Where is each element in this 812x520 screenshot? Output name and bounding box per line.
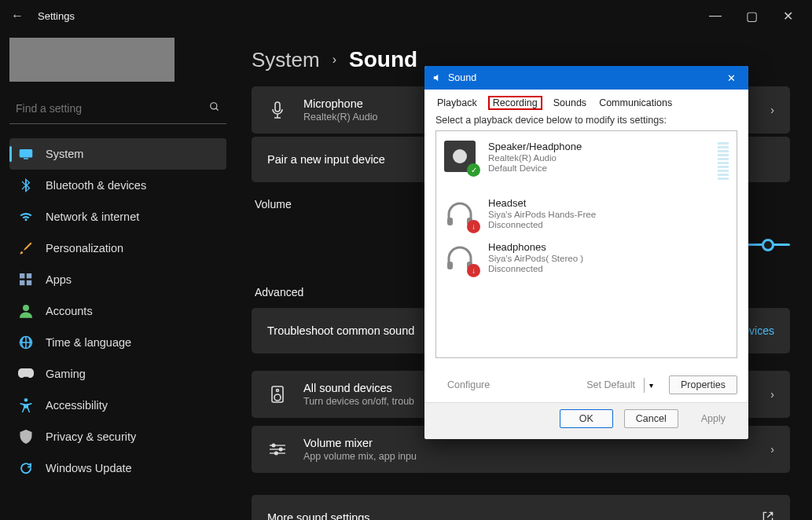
svg-rect-3: [24, 158, 28, 159]
tab-communications[interactable]: Communications: [597, 96, 674, 110]
sidebar-item-label: Privacy & security: [46, 430, 136, 443]
sidebar-item-label: Apps: [46, 273, 72, 286]
chevron-right-icon: ›: [770, 104, 774, 116]
sidebar-item-gaming[interactable]: Gaming: [9, 358, 226, 390]
sidebar-item-label: Gaming: [46, 368, 86, 380]
svg-rect-23: [447, 262, 453, 269]
apply-button[interactable]: Apply: [689, 409, 737, 428]
sidebar-item-accessibility[interactable]: Accessibility: [9, 390, 226, 421]
sidebar-item-personalization[interactable]: Personalization: [9, 233, 226, 264]
cancel-button[interactable]: Cancel: [624, 409, 678, 428]
sidebar-item-windows-update[interactable]: Windows Update: [9, 452, 226, 484]
close-button[interactable]: ✕: [770, 4, 806, 27]
dialog-instruction: Select a playback device below to modify…: [435, 115, 737, 126]
sidebar-item-privacy[interactable]: Privacy & security: [9, 421, 226, 452]
minimize-button[interactable]: —: [697, 4, 733, 27]
dialog-button-row-1: Configure Set Default ▾ Properties: [424, 368, 748, 402]
user-account-block[interactable]: [9, 38, 175, 82]
svg-point-13: [274, 394, 281, 401]
device-sub2: Default Device: [488, 163, 582, 173]
search-icon: [209, 101, 220, 115]
sidebar-item-system[interactable]: System: [9, 138, 226, 170]
sidebar-item-network[interactable]: Network & internet: [9, 201, 226, 233]
headset-device-icon: ↓: [444, 197, 479, 232]
search-input[interactable]: [16, 102, 209, 115]
wifi-icon: [17, 208, 35, 225]
device-title: Headphones: [488, 241, 583, 253]
chevron-down-icon[interactable]: ▾: [644, 378, 658, 393]
svg-line-1: [216, 108, 219, 111]
row-title: More sound settings: [267, 511, 762, 520]
device-sub2: Disconnected: [488, 220, 596, 229]
tab-sounds[interactable]: Sounds: [552, 96, 588, 110]
dialog-tabs: Playback Recording Sounds Communications: [424, 90, 748, 115]
sidebar-item-bluetooth[interactable]: Bluetooth & devices: [9, 170, 226, 201]
svg-point-0: [211, 103, 217, 109]
set-default-dropdown[interactable]: Set Default ▾: [575, 375, 658, 394]
svg-rect-7: [27, 280, 31, 285]
ok-button[interactable]: OK: [560, 409, 613, 428]
tab-playback[interactable]: Playback: [435, 96, 479, 110]
slider-thumb[interactable]: [762, 239, 774, 251]
maximize-button[interactable]: ▢: [733, 4, 770, 27]
sidebar-item-label: Windows Update: [46, 462, 132, 474]
sidebar-item-label: Accessibility: [46, 399, 108, 412]
sidebar-item-label: Accounts: [46, 305, 93, 317]
dialog-body: Select a playback device below to modify…: [424, 115, 748, 368]
microphone-icon: [267, 100, 288, 120]
device-sub1: Siya's AirPods( Stereo ): [488, 254, 583, 263]
apps-icon: [17, 271, 35, 288]
search-box[interactable]: [9, 93, 226, 124]
svg-point-14: [277, 390, 279, 392]
sidebar-item-time-language[interactable]: Time & language: [9, 327, 226, 358]
dialog-close-button[interactable]: ✕: [720, 69, 742, 86]
sidebar-item-apps[interactable]: Apps: [9, 264, 226, 295]
page-title: Sound: [349, 47, 417, 72]
shield-icon: [17, 428, 35, 445]
back-button[interactable]: ←: [6, 5, 28, 27]
svg-rect-2: [20, 149, 33, 158]
sidebar-item-label: Bluetooth & devices: [46, 179, 146, 192]
mixer-icon: [267, 439, 288, 460]
sidebar-item-accounts[interactable]: Accounts: [9, 295, 226, 327]
device-sub1: Siya's AirPods Hands-Free: [488, 210, 596, 219]
svg-rect-4: [20, 273, 24, 278]
svg-point-19: [279, 448, 282, 451]
dialog-title: Sound: [448, 72, 476, 83]
check-badge-icon: ✓: [467, 163, 480, 177]
globe-icon: [17, 334, 35, 351]
set-default-button[interactable]: Set Default: [575, 375, 641, 394]
device-sub1: Realtek(R) Audio: [488, 153, 582, 163]
sidebar: System Bluetooth & devices Network & int…: [0, 31, 236, 520]
brush-icon: [17, 240, 35, 257]
device-item[interactable]: ✓ Speaker/Headphone Realtek(R) Audio Def…: [441, 136, 732, 192]
device-title: Speaker/Headphone: [488, 141, 582, 152]
chevron-right-icon: ›: [333, 53, 336, 67]
configure-button[interactable]: Configure: [435, 375, 502, 394]
headphones-device-icon: ↓: [444, 241, 479, 276]
breadcrumb-parent[interactable]: System: [252, 48, 320, 72]
sound-icon: [431, 71, 443, 84]
svg-rect-5: [27, 273, 31, 278]
sidebar-item-label: Network & internet: [46, 211, 139, 223]
display-icon: [17, 145, 35, 163]
update-icon: [17, 460, 35, 477]
device-sub2: Disconnected: [488, 264, 583, 273]
svg-rect-11: [275, 102, 280, 112]
device-item[interactable]: ↓ Headset Siya's AirPods Hands-Free Disc…: [441, 192, 732, 236]
sound-dialog: Sound ✕ Playback Recording Sounds Commun…: [424, 66, 748, 439]
chevron-right-icon: ›: [770, 388, 774, 401]
device-list[interactable]: ✓ Speaker/Headphone Realtek(R) Audio Def…: [435, 130, 737, 358]
tab-recording[interactable]: Recording: [488, 96, 542, 110]
properties-button[interactable]: Properties: [669, 375, 737, 394]
sidebar-item-label: Personalization: [46, 242, 123, 255]
bluetooth-icon: [17, 177, 35, 194]
user-icon: [17, 302, 35, 320]
svg-point-10: [24, 398, 28, 402]
device-item[interactable]: ↓ Headphones Siya's AirPods( Stereo ) Di…: [441, 236, 732, 280]
external-link-icon: [762, 511, 774, 521]
row-more-sound-settings[interactable]: More sound settings: [252, 495, 790, 520]
sidebar-item-label: System: [46, 148, 83, 160]
accessibility-icon: [17, 397, 35, 414]
dialog-titlebar[interactable]: Sound ✕: [424, 66, 748, 90]
